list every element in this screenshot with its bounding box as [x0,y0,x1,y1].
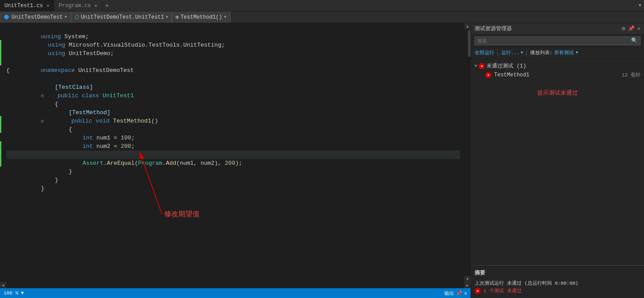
hint-text: 提示测试未通过 [471,80,644,106]
tab-program[interactable]: Program.cs ✕ [54,0,102,11]
nav-project-arrow: ▼ [64,15,67,20]
failed-test-group: ▼ ✕ 未通过测试 (1) ✕ TestMethod1 12 毫秒 [471,60,644,80]
failed-group-header[interactable]: ▼ ✕ 未通过测试 (1) [475,61,640,71]
nav-project[interactable]: 🔷 UnitTestDemoTest ▼ [0,12,71,23]
playlist-value[interactable]: 所有测试 [554,49,574,56]
code-line: [TestMethod] [6,100,460,108]
code-line: } [6,167,460,176]
code-line: using UnitTestDemo; [6,41,460,49]
nav-project-label: UnitTestDemoTest [12,14,63,20]
output-close-icon[interactable]: ✕ [464,290,467,296]
playlist-arrow[interactable]: ▼ [576,51,578,55]
right-panel: 测试资源管理器 ⊞ 📌 ✕ 🔍 全部运行 │ 运行... ▼ │ 播放列表: [471,23,644,298]
group-fail-icon: ✕ [479,63,485,69]
scrollbar-horizontal[interactable]: ◀ ▶ [0,282,471,288]
summary-title: 摘要 [475,269,640,277]
tab-dropdown-button[interactable]: ▼ [636,3,644,8]
tab-bar: UnitTest1.cs ✕ Program.cs ✕ + ▼ [0,0,644,12]
zoom-dropdown[interactable]: ▼ [21,290,24,296]
new-tab-button[interactable]: + [102,1,112,11]
group-expand-icon: ▼ [475,64,477,68]
summary-failed-text: 1 个测试 未通过 [483,287,522,294]
run-partial-button[interactable]: 运行... ▼ [501,49,523,56]
panel-title-icons: ⊞ 📌 ✕ [622,25,640,32]
output-label: 输出 [444,290,454,297]
test-method-name: TestMethod1 [494,72,529,78]
zoom-level[interactable]: 100 % [4,290,18,296]
code-line: ⊟ public void TestMethod1() [6,108,460,117]
tab-unittest1[interactable]: UnitTest1.cs ✕ [0,0,54,11]
close-panel-icon[interactable]: ✕ [637,25,640,32]
code-line-assert: Assert.AreEqual(Program.Add(num1, num2),… [6,151,460,159]
separator2: │ [525,49,528,56]
code-line [6,49,460,58]
summary-fail-icon: ✕ [475,288,481,294]
code-line: { [6,66,460,75]
code-line: } [6,159,460,167]
search-icon[interactable]: 🔍 [631,37,638,44]
test-tree[interactable]: ▼ ✕ 未通过测试 (1) ✕ TestMethod1 12 毫秒 提示测试未通… [471,59,644,265]
code-container[interactable]: ⊟using System; using Microsoft.VisualStu… [0,23,471,282]
output-pin-icon[interactable]: 📌 [456,290,462,296]
test-item-testmethod1[interactable]: ✕ TestMethod1 12 毫秒 [475,71,640,79]
annotation-text: 修改期望值 [164,210,200,218]
code-line: { [6,91,460,100]
nav-class-arrow: ▼ [166,15,168,20]
pin-icon[interactable]: ⊞ [622,25,625,32]
code-line: { [6,117,460,125]
main-area: ⊟using System; using Microsoft.VisualStu… [0,23,644,298]
test-item-left: ✕ TestMethod1 [485,72,529,78]
failed-group-label: 未通过测试 (1) [487,62,526,70]
nav-class[interactable]: ⬡ UnitTestDemoTest.UnitTest1 ▼ [71,12,173,23]
scroll-up-button[interactable]: ▲ [464,23,471,29]
scroll-left-button[interactable]: ◀ [0,282,6,288]
code-line [6,142,460,151]
code-line: ⊟ public class UnitTest1 [6,83,460,91]
panel-toolbar: 🔍 [471,35,644,47]
scrollbar-track[interactable] [464,29,471,276]
nav-method-arrow: ▼ [224,15,226,20]
pin-panel-icon[interactable]: 📌 [628,25,635,32]
nav-class-label: UnitTestDemoTest.UnitTest1 [81,14,164,20]
summary-failed-count: ✕ 1 个测试 未通过 [475,287,640,294]
code-editor[interactable]: ⊟using System; using Microsoft.VisualStu… [2,23,464,282]
nav-method-label: TestMethod1() [181,14,222,20]
editor-area[interactable]: ⊟using System; using Microsoft.VisualStu… [0,23,471,298]
playlist-label: 播放列表: [530,49,553,56]
scrollbar-vertical[interactable]: ▲ ▼ [464,23,471,282]
scroll-down-button[interactable]: ▼ [464,276,471,282]
run-partial-arrow: ▼ [521,51,523,55]
separator1: │ [496,49,499,56]
code-line: [TestClass] [6,75,460,83]
tab-program-close[interactable]: ✕ [94,3,97,8]
scroll-right-button[interactable]: ▶ [464,282,471,288]
code-line: int num1 = 100; [6,125,460,134]
code-line: } [6,176,460,184]
code-line: ⊟using System; [6,24,460,32]
tab-unittest1-label: UnitTest1.cs [4,3,43,9]
search-box[interactable]: 🔍 [475,36,640,45]
tab-program-label: Program.cs [59,3,91,9]
test-run-bar: 全部运行 │ 运行... ▼ │ 播放列表: 所有测试 ▼ [471,47,644,59]
scrollbar-h-track[interactable] [6,284,464,286]
panel-title-bar: 测试资源管理器 ⊞ 📌 ✕ [471,23,644,35]
run-all-button[interactable]: 全部运行 [475,49,494,56]
tab-unittest1-close[interactable]: ✕ [46,3,49,8]
panel-title: 测试资源管理器 [475,25,512,32]
code-line: int num2 = 200; [6,134,460,142]
code-line: using Microsoft.VisualStudio.TestTools.U… [6,32,460,41]
test-fail-icon: ✕ [485,72,491,78]
test-duration: 12 毫秒 [622,72,640,78]
code-line: ⊟namespace UnitTestDemoTest [6,58,460,66]
nav-method[interactable]: ⊞ TestMethod1() ▼ [172,12,230,23]
search-input[interactable] [477,38,631,44]
summary-section: 摘要 上次测试运行 未通过 (总运行时间 0:00:00) ✕ 1 个测试 未通… [471,265,644,298]
summary-last-run: 上次测试运行 未通过 (总运行时间 0:00:00) [475,279,640,287]
summary-last-run-text: 上次测试运行 未通过 (总运行时间 0:00:00) [475,280,578,286]
nav-bar: 🔷 UnitTestDemoTest ▼ ⬡ UnitTestDemoTest.… [0,12,644,23]
scrollbar-thumb[interactable] [468,30,471,57]
editor-status-bar: 100 % ▼ 输出 📌 ✕ [0,288,471,298]
